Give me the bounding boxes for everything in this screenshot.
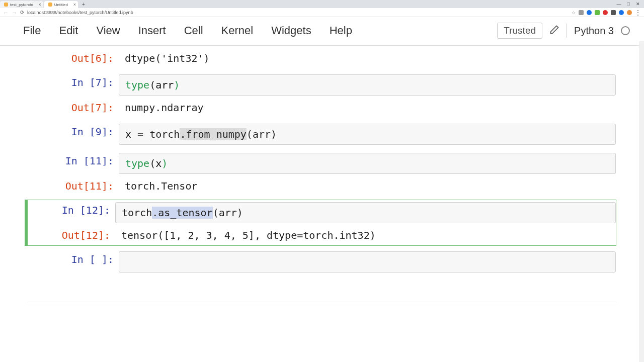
- code-input[interactable]: type(arr): [119, 74, 616, 96]
- cell-output: numpy.ndarray: [119, 98, 616, 118]
- new-tab-button[interactable]: +: [79, 2, 88, 7]
- code-cell[interactable]: In [7]:type(arr)Out[7]:numpy.ndarray: [28, 72, 616, 118]
- code-cell[interactable]: In [12]:torch.as_tensor(arr)Out[12]:tens…: [25, 200, 616, 246]
- input-prompt: In [12]:: [28, 200, 115, 220]
- input-prompt: In [11]:: [28, 151, 119, 171]
- favicon: [48, 3, 52, 7]
- ext-icon[interactable]: [603, 10, 608, 15]
- output-prompt: Out[12]:: [28, 225, 115, 245]
- menu-cell[interactable]: Cell: [175, 21, 212, 40]
- notebook-scroll[interactable]: Out[6]:dtype('int32')In [7]:type(arr)Out…: [0, 46, 644, 362]
- divider: [567, 24, 567, 38]
- back-button[interactable]: ←: [3, 10, 9, 16]
- ext-icon[interactable]: [595, 10, 600, 15]
- trusted-button[interactable]: Trusted: [497, 23, 542, 39]
- browser-menu-button[interactable]: ⋮: [635, 9, 641, 16]
- notebook-menubar: FileEditViewInsertCellKernelWidgetsHelp …: [0, 17, 644, 46]
- input-prompt: In [7]:: [28, 72, 119, 93]
- output-prompt: Out[7]:: [28, 98, 119, 118]
- minimize-button[interactable]: —: [617, 2, 621, 7]
- kernel-name[interactable]: Python 3: [574, 25, 614, 37]
- avatar-icon[interactable]: [627, 10, 632, 15]
- close-window-button[interactable]: ✕: [636, 2, 640, 7]
- code-cell[interactable]: In [ ]:: [28, 249, 616, 275]
- code-cell[interactable]: Out[6]:dtype('int32'): [28, 48, 616, 69]
- menu-kernel[interactable]: Kernel: [212, 21, 263, 40]
- code-cell[interactable]: In [11]:type(x)Out[11]:torch.Tensor: [28, 150, 616, 197]
- menu-view[interactable]: View: [87, 21, 129, 40]
- forward-button[interactable]: →: [12, 10, 17, 16]
- cell-output: torch.Tensor: [119, 176, 616, 196]
- browser-tab-strip: test_pytorch/×Untitled× + — □ ✕: [0, 0, 644, 8]
- tab-close-icon[interactable]: ×: [73, 2, 76, 7]
- window-controls: — □ ✕: [617, 2, 644, 7]
- input-prompt: In [ ]:: [28, 249, 119, 269]
- maximize-button[interactable]: □: [627, 2, 630, 7]
- code-input[interactable]: torch.as_tensor(arr): [115, 202, 616, 223]
- ext-icon[interactable]: [611, 10, 616, 15]
- favicon: [4, 3, 8, 7]
- output-prompt: Out[11]:: [28, 176, 119, 196]
- ext-icon[interactable]: [619, 10, 624, 15]
- menu-insert[interactable]: Insert: [129, 21, 175, 40]
- code-input[interactable]: [119, 251, 616, 273]
- code-cell[interactable]: In [9]:x = torch.from_numpy(arr): [28, 121, 616, 147]
- input-prompt: In [9]:: [28, 122, 119, 142]
- notebook-container: Out[6]:dtype('int32')In [7]:type(arr)Out…: [28, 46, 616, 362]
- menu-help[interactable]: Help: [320, 21, 361, 40]
- output-prompt: Out[6]:: [28, 48, 119, 68]
- ext-icon[interactable]: [579, 10, 584, 15]
- reload-button[interactable]: ⟳: [20, 10, 24, 15]
- code-input[interactable]: x = torch.from_numpy(arr): [119, 124, 616, 145]
- address-bar: ← → ⟳ localhost:8888/notebooks/test_pyto…: [0, 8, 644, 17]
- code-input[interactable]: type(x): [119, 153, 616, 174]
- kernel-status-icon: [621, 26, 630, 35]
- browser-tab[interactable]: test_pytorch/×: [0, 1, 43, 8]
- menu-widgets[interactable]: Widgets: [262, 21, 320, 40]
- menu-edit[interactable]: Edit: [50, 21, 87, 40]
- tab-title: Untitled: [54, 3, 68, 7]
- ext-icon[interactable]: [587, 10, 592, 15]
- url-field[interactable]: localhost:8888/notebooks/test_pytorch/Un…: [27, 10, 133, 15]
- browser-tab[interactable]: Untitled×: [44, 1, 78, 8]
- tab-title: test_pytorch/: [10, 3, 33, 7]
- tab-close-icon[interactable]: ×: [39, 2, 41, 7]
- cell-output: tensor([1, 2, 3, 4, 5], dtype=torch.int3…: [115, 225, 616, 245]
- menu-file[interactable]: File: [14, 21, 50, 40]
- pencil-icon[interactable]: [549, 25, 559, 37]
- star-icon[interactable]: ☆: [572, 10, 576, 15]
- cell-output: dtype('int32'): [119, 48, 616, 68]
- vertical-scrollbar[interactable]: [639, 41, 644, 362]
